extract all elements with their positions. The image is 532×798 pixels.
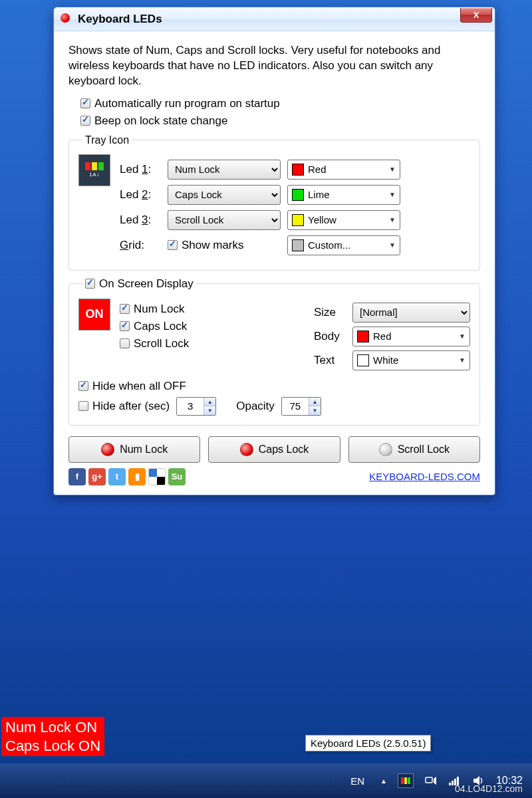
- grid-color-select[interactable]: Custom... ▼: [287, 235, 400, 255]
- osd-scroll-option[interactable]: Scroll Lock: [120, 337, 305, 350]
- hide-after-checkbox[interactable]: [78, 401, 88, 411]
- tray-legend: Tray Icon: [82, 134, 132, 146]
- led1-label: Led 1:: [120, 163, 161, 176]
- hide-all-off-option[interactable]: Hide when all OFF: [78, 380, 470, 393]
- text-color-select[interactable]: White ▼: [352, 350, 470, 370]
- led1-color-select[interactable]: Red ▼: [287, 160, 400, 180]
- power-icon[interactable]: [424, 775, 438, 787]
- description-text: Shows state of Num, Caps and Scroll lock…: [68, 43, 480, 89]
- osd-icon-preview: ON: [78, 299, 110, 331]
- tray-app-icon[interactable]: [398, 773, 414, 788]
- svg-rect-1: [449, 783, 451, 785]
- tray-icon-group: Tray Icon 1A↓ Led 1: Num Lock Red: [68, 134, 480, 271]
- content-area: Shows state of Num, Caps and Scroll lock…: [54, 31, 495, 495]
- text-swatch: [357, 354, 369, 366]
- caps-lock-button[interactable]: Caps Lock: [208, 436, 340, 463]
- led3-lock-select[interactable]: Scroll Lock: [168, 210, 281, 230]
- hide-after-option[interactable]: Hide after (sec): [78, 400, 170, 413]
- google-plus-icon[interactable]: g+: [88, 468, 106, 485]
- autorun-checkbox[interactable]: [80, 98, 90, 108]
- osd-num-option[interactable]: Num Lock: [120, 303, 305, 316]
- lock-buttons: Num Lock Caps Lock Scroll Lock: [68, 436, 480, 463]
- osd-scroll-checkbox[interactable]: [120, 338, 130, 348]
- opacity-label: Opacity: [236, 400, 275, 413]
- opacity-spinner[interactable]: ▲▼: [281, 397, 321, 416]
- close-icon: X: [473, 10, 479, 20]
- osd-overlay[interactable]: Num Lock ON Caps Lock ON: [1, 717, 104, 756]
- close-button[interactable]: X: [460, 8, 492, 23]
- stumbleupon-icon[interactable]: Su: [168, 468, 186, 485]
- show-marks-option[interactable]: Show marks: [168, 239, 281, 252]
- osd-legend[interactable]: On Screen Display: [82, 277, 196, 291]
- social-icons: f g+ t ▮ Su: [68, 468, 186, 485]
- led2-color-select[interactable]: Lime ▼: [287, 185, 400, 205]
- app-window: Keyboard LEDs X Shows state of Num, Caps…: [53, 7, 495, 495]
- opacity-input[interactable]: [282, 398, 309, 415]
- osd-caps-option[interactable]: Caps Lock: [120, 320, 305, 333]
- led3-color-select[interactable]: Yellow ▼: [287, 210, 400, 230]
- grid-swatch: [292, 239, 304, 251]
- app-icon: [61, 13, 72, 25]
- size-select[interactable]: [Normal]: [352, 303, 470, 323]
- osd-enable-checkbox[interactable]: [85, 279, 95, 289]
- osd-caps-checkbox[interactable]: [120, 321, 130, 331]
- opt-autorun[interactable]: Automatically run program on startup: [80, 97, 480, 110]
- body-label: Body: [314, 330, 347, 343]
- led1-swatch: [292, 164, 304, 176]
- facebook-icon[interactable]: f: [68, 468, 86, 485]
- spin-down-icon[interactable]: ▼: [204, 406, 215, 415]
- body-color-select[interactable]: Red ▼: [352, 327, 470, 346]
- led2-row: Led 2: Caps Lock Lime ▼: [120, 185, 470, 205]
- opt-beep[interactable]: Beep on lock state change: [80, 114, 480, 128]
- led-on-icon: [101, 443, 114, 456]
- beep-label: Beep on lock state change: [94, 114, 227, 128]
- hide-all-off-checkbox[interactable]: [78, 381, 88, 391]
- titlebar[interactable]: Keyboard LEDs X: [54, 7, 495, 31]
- twitter-icon[interactable]: t: [108, 468, 126, 485]
- chevron-down-icon: ▼: [389, 191, 396, 198]
- chevron-down-icon: ▼: [389, 166, 396, 173]
- rss-icon[interactable]: ▮: [128, 468, 146, 485]
- led3-label: Led 3:: [120, 213, 161, 227]
- chevron-down-icon: ▼: [389, 241, 396, 249]
- beep-checkbox[interactable]: [80, 116, 90, 126]
- tray-tooltip: Keyboard LEDs (2.5.0.51): [305, 735, 431, 751]
- show-marks-checkbox[interactable]: [168, 240, 178, 250]
- website-link[interactable]: KEYBOARD-LEDS.COM: [369, 471, 480, 482]
- led-on-icon: [240, 443, 253, 456]
- spin-down-icon[interactable]: ▼: [309, 406, 321, 415]
- chevron-down-icon: ▼: [459, 332, 466, 340]
- spin-up-icon[interactable]: ▲: [309, 398, 321, 407]
- hide-after-spinner[interactable]: ▲▼: [176, 397, 216, 416]
- lang-indicator[interactable]: EN: [350, 775, 364, 787]
- grid-label: Grid:: [120, 239, 161, 252]
- led1-lock-select[interactable]: Num Lock: [168, 160, 281, 180]
- led3-swatch: [292, 214, 304, 226]
- grid-row: Grid: Show marks Custom... ▼: [120, 235, 470, 255]
- body-swatch: [357, 331, 369, 342]
- scroll-lock-button[interactable]: Scroll Lock: [348, 436, 480, 463]
- delicious-icon[interactable]: [148, 468, 166, 485]
- watermark: 04.LO4D12.com: [455, 783, 523, 794]
- led1-row: Led 1: Num Lock Red ▼: [120, 160, 470, 180]
- chevron-down-icon: ▼: [389, 216, 396, 223]
- tray-chevron-icon[interactable]: ▲: [380, 777, 387, 785]
- osd-group: On Screen Display ON Num Lock Caps Lock: [68, 277, 480, 426]
- num-lock-button[interactable]: Num Lock: [68, 436, 200, 463]
- svg-rect-0: [426, 777, 432, 783]
- autorun-label: Automatically run program on startup: [94, 97, 280, 110]
- osd-line-1: Num Lock ON: [5, 718, 100, 737]
- window-title: Keyboard LEDs: [78, 13, 162, 26]
- tray-icon-preview: 1A↓: [78, 154, 110, 186]
- spin-up-icon[interactable]: ▲: [204, 398, 215, 407]
- size-label: Size: [314, 306, 347, 319]
- osd-line-2: Caps Lock ON: [5, 737, 100, 755]
- osd-num-checkbox[interactable]: [120, 304, 130, 314]
- taskbar: EN ▲ 10:32: [0, 763, 532, 798]
- led2-label: Led 2:: [120, 188, 161, 201]
- led-off-icon: [379, 443, 392, 456]
- hide-after-input[interactable]: [177, 398, 203, 415]
- svg-rect-2: [452, 781, 454, 785]
- led2-swatch: [292, 189, 304, 201]
- led2-lock-select[interactable]: Caps Lock: [168, 185, 281, 205]
